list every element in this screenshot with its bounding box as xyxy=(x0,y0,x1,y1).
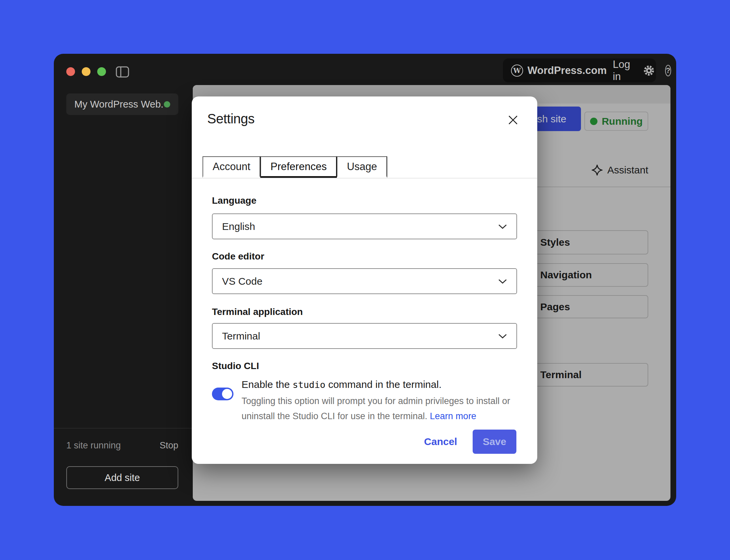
wordpress-logo-icon: W xyxy=(511,65,523,77)
styles-button[interactable]: Styles xyxy=(532,230,648,254)
save-button[interactable]: Save xyxy=(473,430,516,454)
language-select[interactable]: English xyxy=(212,213,517,239)
running-status-badge[interactable]: Running xyxy=(584,112,648,131)
sidebar-divider xyxy=(54,428,193,429)
studio-cli-description: Toggling this option will prompt you for… xyxy=(242,394,510,424)
terminal-button[interactable]: Terminal xyxy=(532,363,648,387)
tab-preferences[interactable]: Preferences xyxy=(260,156,337,178)
running-label: Running xyxy=(602,116,643,127)
add-site-button[interactable]: Add site xyxy=(66,466,178,489)
site-running-dot-icon xyxy=(164,101,170,108)
app-window: W WordPress.com Log in ? My WordPress We… xyxy=(54,54,676,506)
running-dot-icon xyxy=(590,118,597,125)
terminal-application-label: Terminal application xyxy=(212,307,303,317)
help-button[interactable]: ? xyxy=(665,65,671,76)
studio-cli-toggle[interactable] xyxy=(212,388,233,400)
terminal-application-select-value: Terminal xyxy=(222,330,498,342)
pages-button[interactable]: Pages xyxy=(532,295,648,318)
terminal-application-select[interactable]: Terminal xyxy=(212,323,517,349)
question-mark-icon: ? xyxy=(666,66,670,75)
studio-cli-label: Studio CLI xyxy=(212,361,259,371)
assistant-label: Assistant xyxy=(607,164,648,176)
navigation-button[interactable]: Navigation xyxy=(532,263,648,287)
tab-usage[interactable]: Usage xyxy=(337,156,387,178)
settings-gear-button[interactable] xyxy=(643,65,655,77)
close-icon xyxy=(508,115,518,125)
studio-command-code: studio xyxy=(293,379,326,390)
zoom-window-button[interactable] xyxy=(97,67,106,76)
language-label: Language xyxy=(212,195,256,206)
studio-cli-enable-text: Enable the studio command in the termina… xyxy=(242,379,442,390)
language-select-value: English xyxy=(222,221,498,232)
wordpress-com-link[interactable]: WordPress.com xyxy=(527,65,607,77)
sparkle-icon xyxy=(591,164,603,176)
sidebar-status-row: 1 site running Stop xyxy=(66,440,178,451)
stop-all-button[interactable]: Stop xyxy=(159,440,178,451)
code-editor-select-value: VS Code xyxy=(222,276,498,287)
code-editor-label: Code editor xyxy=(212,251,264,262)
modal-title: Settings xyxy=(207,111,255,126)
close-window-button[interactable] xyxy=(66,67,75,76)
gear-icon xyxy=(643,65,655,77)
minimize-window-button[interactable] xyxy=(82,67,90,76)
chevron-down-icon xyxy=(498,224,507,229)
chevron-down-icon xyxy=(498,279,507,284)
toggle-knob xyxy=(222,389,232,399)
code-editor-select[interactable]: VS Code xyxy=(212,268,517,294)
log-in-link[interactable]: Log in xyxy=(613,58,630,83)
account-bar: W WordPress.com Log in ? xyxy=(503,58,656,82)
site-name-label: My WordPress Web... xyxy=(74,99,164,110)
modal-tabbar: Account Preferences Usage xyxy=(192,156,537,178)
settings-modal: Settings Account Preferences Usage Langu… xyxy=(192,96,537,464)
close-modal-button[interactable] xyxy=(507,114,519,126)
sidebar-icon xyxy=(116,66,129,78)
sidebar-toggle-button[interactable] xyxy=(115,66,130,78)
tab-assistant[interactable]: Assistant xyxy=(591,164,648,176)
sidebar-item-site[interactable]: My WordPress Web... xyxy=(66,93,178,115)
sites-running-count: 1 site running xyxy=(66,440,121,451)
chevron-down-icon xyxy=(498,333,507,339)
tab-account[interactable]: Account xyxy=(203,156,260,178)
modal-footer: Cancel Save xyxy=(424,430,516,454)
cancel-button[interactable]: Cancel xyxy=(424,436,457,447)
learn-more-link[interactable]: Learn more xyxy=(430,411,476,421)
